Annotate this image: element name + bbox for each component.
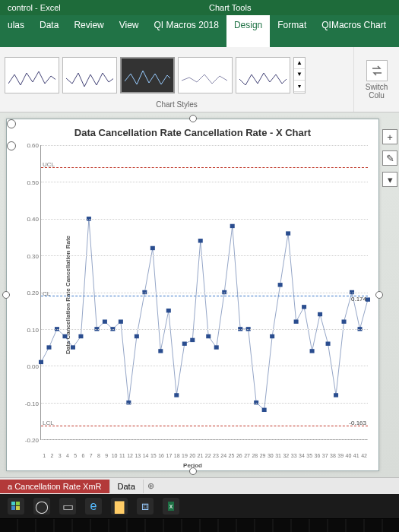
expand-gallery-icon[interactable]: ▾ [294,81,305,92]
x-tick: 36 [313,453,321,458]
spark-icon [8,67,55,90]
tab-qimacros-chart[interactable]: QIMacros Chart [314,15,394,47]
cortana-button[interactable]: ◯ [33,498,50,515]
new-sheet-button[interactable]: ⊕ [144,481,159,491]
swap-icon [370,64,384,78]
lcl-line [41,426,368,426]
edge-button[interactable]: e [85,498,102,515]
x-tick: 13 [134,453,141,458]
data-point [342,319,347,323]
x-tick: 35 [306,453,313,458]
data-point [230,224,235,228]
x-tick: 41 [353,453,360,458]
x-axis-ticks: 1234567891011121314151617181920212223242… [40,453,368,458]
gridline [41,329,368,330]
gridline [41,145,368,146]
chart-styles-button[interactable]: ✎ [382,150,397,166]
sheet-tab-bar: a Cancellation Rate XmR Data ⊕ [0,477,399,494]
tab-data[interactable]: Data [32,15,66,47]
svg-rect-2 [11,506,15,510]
x-tick: 26 [236,453,243,458]
folder-icon: ▇ [115,499,124,514]
y-tick: 0.20 [27,290,39,296]
start-button[interactable] [8,498,24,515]
store-button[interactable]: ⧈ [137,498,154,515]
chart-side-tools: + ✎ ▾ [382,129,397,187]
plot: UCLCLLCL0.174-0.163 [40,145,368,440]
chart-style-4[interactable] [178,57,233,93]
x-tick: 17 [165,453,173,458]
x-tick: 19 [181,453,188,458]
gridline [41,219,368,220]
data-point [71,345,75,349]
data-point [39,360,43,364]
spark-icon [125,66,170,89]
chart-style-1[interactable] [5,57,59,93]
task-view-button[interactable]: ▭ [59,498,76,515]
gridline [41,403,368,404]
sheet-tab-xmr[interactable]: a Cancellation Rate XmR [0,480,110,493]
reference-value-label: 0.174 [351,296,366,302]
spark-icon [239,67,287,90]
taskview-icon: ▭ [62,499,74,514]
brush-icon: ✎ [386,153,394,164]
y-tick: 0.10 [27,326,39,333]
tab-format[interactable]: Format [270,15,314,47]
x-tick: 7 [87,453,95,458]
excel-icon: x [168,502,175,511]
x-tick: 16 [157,453,165,458]
chart-elements-button[interactable]: + [382,129,397,144]
y-tick: 0.40 [27,216,39,223]
chart-title[interactable]: Data Cancellation Rate Cancellation Rate… [7,119,378,141]
windows-icon [11,502,21,511]
worksheet-area: + ✎ ▾ Data Cancellation Rate Cancellatio… [0,112,399,477]
x-tick: 10 [110,453,118,458]
gallery-scroller[interactable]: ▲ ▼ ▾ [293,57,306,93]
chart-style-3-selected[interactable] [120,57,175,93]
excel-button[interactable]: x [163,498,179,515]
chart-style-2[interactable] [62,57,117,93]
title-bar: control - Excel Chart Tools [0,0,399,15]
chart-styles-group: ▲ ▼ ▾ Chart Styles [0,47,353,112]
x-tick: 2 [48,453,55,458]
data-point [46,345,51,349]
svg-rect-3 [16,506,20,510]
tab-view[interactable]: View [112,15,147,47]
data-point [278,283,283,287]
data-point [158,349,163,353]
explorer-button[interactable]: ▇ [111,498,128,515]
spark-icon [66,67,113,90]
tab-formulas[interactable]: ulas [0,15,32,47]
scroll-down-icon[interactable]: ▼ [294,69,305,81]
x-tick: 8 [95,453,103,458]
ucl-label: UCL [43,161,55,168]
chart-filters-button[interactable]: ▾ [382,172,397,187]
data-point [310,349,315,353]
gridline [41,293,368,293]
tab-design[interactable]: Design [226,15,270,47]
physical-keyboard [0,518,399,532]
switch-row-column-button[interactable] [366,60,388,81]
app-title: control - Excel [0,0,201,15]
chart-style-5[interactable] [236,57,290,93]
resize-handle-right[interactable] [375,291,383,299]
resize-handle-left[interactable] [2,291,10,299]
cl-line [41,296,368,296]
chart-styles-gallery: ▲ ▼ ▾ [0,47,353,98]
cl-label: CL [43,290,50,297]
scroll-up-icon[interactable]: ▲ [294,58,305,69]
tab-review[interactable]: Review [66,15,111,47]
switch-row-column-group: Switch Colu [353,47,399,112]
sheet-tab-data[interactable]: Data [110,480,144,493]
resize-handle-top[interactable] [189,115,197,122]
svg-rect-1 [16,502,20,505]
data-point [135,334,139,338]
x-tick: 9 [103,453,110,458]
y-tick: 0.30 [27,252,39,259]
tab-qimacros-2018[interactable]: QI Macros 2018 [147,15,226,47]
tell-me-search[interactable]: Tell me what [394,15,399,47]
chart-object[interactable]: Data Cancellation Rate Cancellation Rate… [6,119,379,471]
gridline [41,439,368,440]
x-tick: 1 [40,453,48,458]
data-point [174,393,179,397]
